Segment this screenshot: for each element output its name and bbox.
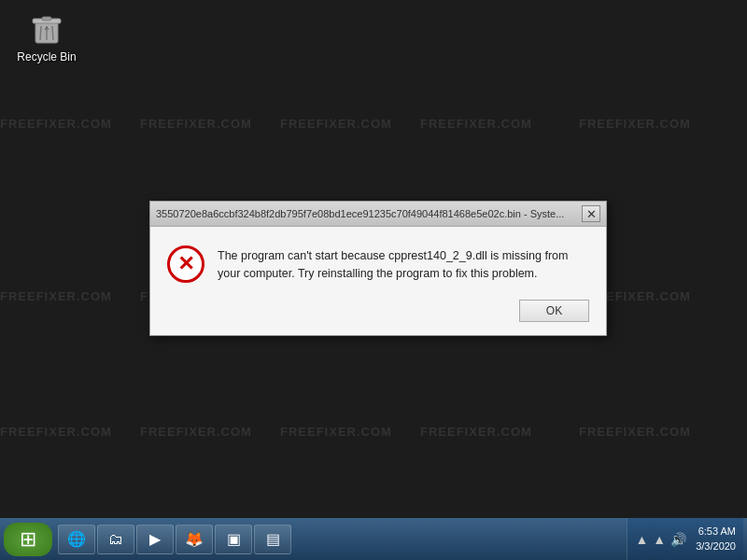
taskbar: ⊞ 🌐 🗂 ▶ 🦊 ▣ ▤ ▲ ▲ 🔊 6:53 AM 3/3/2020 xyxy=(0,518,747,560)
svg-line-3 xyxy=(40,26,41,40)
taskbar-cmd-button[interactable]: ▣ xyxy=(215,525,252,554)
watermark: FREEFIXER.COM xyxy=(420,425,532,439)
watermark: FREEFIXER.COM xyxy=(0,425,112,439)
tray-speaker-icon[interactable]: 🔊 xyxy=(670,532,686,547)
taskbar-items: 🌐 🗂 ▶ 🦊 ▣ ▤ xyxy=(56,518,627,560)
dialog-message: The program can't start because cpprest1… xyxy=(218,245,589,283)
clock-time: 6:53 AM xyxy=(698,525,736,539)
watermark: FREEFIXER.COM xyxy=(420,117,532,131)
tray-icons: ▲ ▲ 🔊 xyxy=(635,532,686,547)
taskbar-ie-button[interactable]: 🌐 xyxy=(58,525,95,554)
start-button[interactable]: ⊞ xyxy=(4,523,52,556)
tray-network-icon: ▲ xyxy=(653,532,666,547)
dialog-titlebar: 3550720e8a6ccbf324b8f2db795f7e08bd1ece91… xyxy=(150,202,606,227)
recycle-bin-label: Recycle Bin xyxy=(17,50,76,63)
error-dialog: 3550720e8a6ccbf324b8f2db795f7e08bd1ece91… xyxy=(149,201,607,336)
watermark: FREEFIXER.COM xyxy=(280,425,392,439)
watermark: FREEFIXER.COM xyxy=(579,117,691,131)
svg-rect-2 xyxy=(42,17,51,21)
taskbar-app-button[interactable]: ▤ xyxy=(254,525,291,554)
watermark: FREEFIXER.COM xyxy=(0,289,112,303)
svg-line-5 xyxy=(52,26,53,40)
dialog-body: ✕ The program can't start because cppres… xyxy=(150,227,606,335)
ok-button[interactable]: OK xyxy=(519,300,589,322)
dialog-content: ✕ The program can't start because cppres… xyxy=(167,245,589,283)
dialog-buttons: OK xyxy=(167,300,589,322)
taskbar-media-button[interactable]: ▶ xyxy=(136,525,174,554)
watermark: FREEFIXER.COM xyxy=(140,117,252,131)
system-tray: ▲ ▲ 🔊 6:53 AM 3/3/2020 xyxy=(627,518,743,560)
watermark: FREEFIXER.COM xyxy=(579,425,691,439)
windows-logo-icon: ⊞ xyxy=(20,527,36,552)
desktop: FREEFIXER.COMFREEFIXER.COMFREEFIXER.COMF… xyxy=(0,0,747,518)
clock-date: 3/3/2020 xyxy=(696,539,736,553)
tray-arrow-icon[interactable]: ▲ xyxy=(635,532,648,547)
dialog-title: 3550720e8a6ccbf324b8f2db795f7e08bd1ece91… xyxy=(156,208,578,219)
taskbar-explorer-button[interactable]: 🗂 xyxy=(97,525,134,554)
watermark: FREEFIXER.COM xyxy=(0,117,112,131)
taskbar-firefox-button[interactable]: 🦊 xyxy=(176,525,213,554)
dialog-close-button[interactable]: ✕ xyxy=(582,205,600,222)
watermark: FREEFIXER.COM xyxy=(280,117,392,131)
error-icon: ✕ xyxy=(167,245,204,283)
clock: 6:53 AM 3/3/2020 xyxy=(696,525,736,553)
watermark: FREEFIXER.COM xyxy=(140,425,252,439)
recycle-bin-icon[interactable]: Recycle Bin xyxy=(14,9,79,63)
